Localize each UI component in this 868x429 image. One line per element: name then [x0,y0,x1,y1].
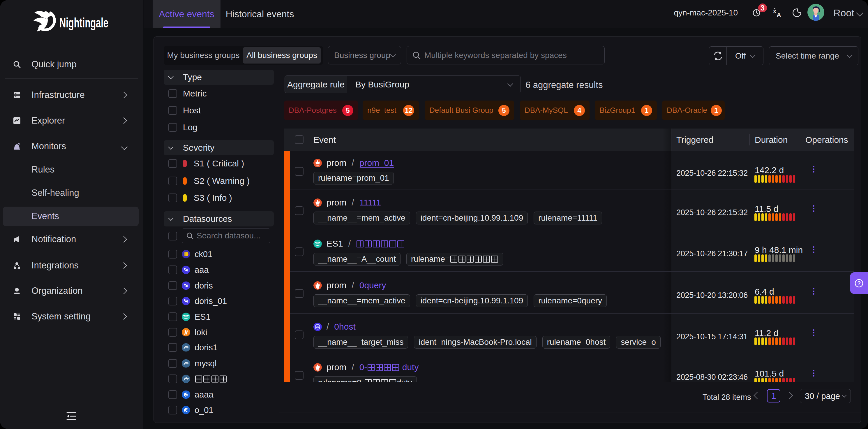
svg-text:?: ? [857,280,861,286]
svg-text:Nightingale: Nightingale [59,15,108,30]
svg-text:A: A [777,11,781,18]
svg-text:3: 3 [761,4,765,12]
